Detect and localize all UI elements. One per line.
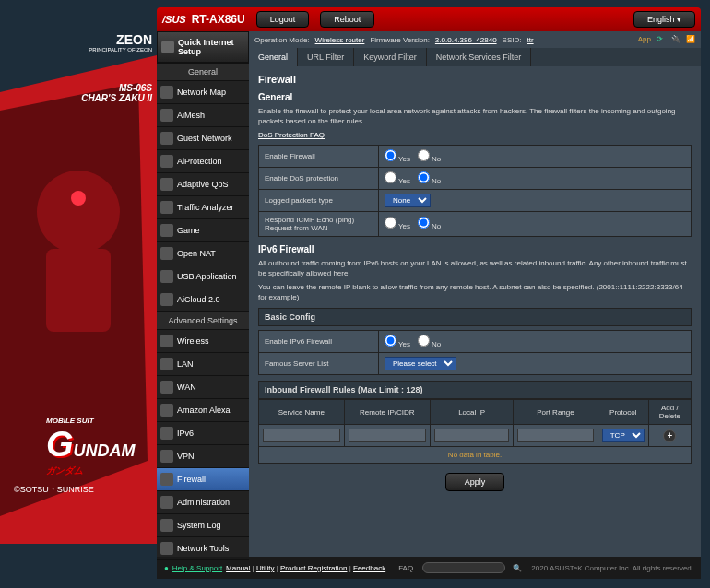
language-button[interactable]: English ▾ bbox=[633, 11, 695, 28]
enable-fw-radio[interactable]: YesNo bbox=[379, 145, 692, 167]
nav-icon bbox=[160, 224, 173, 237]
qis-icon bbox=[161, 41, 174, 53]
svg-rect-4 bbox=[46, 249, 111, 332]
usb-icon[interactable]: 🔌 bbox=[671, 35, 680, 44]
col-service-name: Service Name bbox=[259, 400, 345, 425]
apply-button[interactable]: Apply bbox=[445, 473, 505, 491]
nav-aiprotection[interactable]: AiProtection bbox=[157, 150, 249, 173]
nav-ipv6[interactable]: IPv6 bbox=[157, 422, 249, 445]
sidebar-general-header: General bbox=[157, 63, 249, 81]
footer-feedback-link[interactable]: Feedback bbox=[353, 564, 385, 572]
nav-icon bbox=[160, 358, 173, 370]
tab-url-filter[interactable]: URL Filter bbox=[298, 48, 354, 66]
nav-aicloud-2.0[interactable]: AiCloud 2.0 bbox=[157, 288, 249, 312]
logout-button[interactable]: Logout bbox=[256, 11, 310, 28]
reboot-button[interactable]: Reboot bbox=[320, 11, 374, 28]
nav-usb-application[interactable]: USB Application bbox=[157, 265, 249, 288]
enable-ipv6-radio[interactable]: YesNo bbox=[379, 331, 692, 353]
icmp-label: Respond ICMP Echo (ping) Request from WA… bbox=[259, 211, 379, 236]
famous-label: Famous Server List bbox=[259, 353, 379, 375]
ipv6-desc1: All outbound traffic coming from IPv6 ho… bbox=[258, 258, 692, 278]
protocol-select[interactable]: TCP bbox=[602, 429, 645, 442]
sidebar-advanced-header: Advanced Settings bbox=[157, 312, 249, 330]
topbar: /SUS RT-AX86U Logout Reboot English ▾ bbox=[157, 7, 701, 31]
footer-manual-link[interactable]: Manual bbox=[226, 564, 250, 572]
tab-network-services-filter[interactable]: Network Services Filter bbox=[427, 48, 532, 66]
nav-network-map[interactable]: Network Map bbox=[157, 81, 249, 104]
icmp-radio[interactable]: YesNo bbox=[379, 211, 692, 236]
nav-firewall[interactable]: Firewall bbox=[157, 468, 249, 491]
dos-faq-link[interactable]: DoS Protection FAQ bbox=[258, 131, 325, 139]
svg-point-3 bbox=[37, 171, 120, 253]
gundam-logo: MOBILE SUIT GUNDAM ガンダム bbox=[46, 417, 136, 477]
tab-general[interactable]: General bbox=[249, 48, 298, 66]
nav-icon bbox=[160, 450, 173, 463]
nav-game[interactable]: Game bbox=[157, 219, 249, 242]
nav-wireless[interactable]: Wireless bbox=[157, 330, 249, 353]
tab-keyword-filter[interactable]: Keyword Filter bbox=[354, 48, 427, 66]
asus-logo: /SUS bbox=[162, 14, 186, 25]
refresh-icon[interactable]: ⟳ bbox=[657, 35, 666, 44]
nav-aimesh[interactable]: AiMesh bbox=[157, 104, 249, 127]
nav-wan[interactable]: WAN bbox=[157, 376, 249, 399]
basic-config-header: Basic Config bbox=[258, 308, 692, 326]
local-ip-input[interactable] bbox=[434, 429, 509, 442]
nav-icon bbox=[160, 247, 173, 260]
col-protocol: Protocol bbox=[598, 400, 648, 425]
nav-icon bbox=[160, 496, 173, 509]
nav-open-nat[interactable]: Open NAT bbox=[157, 242, 249, 265]
logged-select[interactable]: None bbox=[385, 194, 431, 207]
qis-label: Quick Internet Setup bbox=[178, 38, 234, 56]
nav-adaptive-qos[interactable]: Adaptive QoS bbox=[157, 173, 249, 196]
ssid-link[interactable]: ttr bbox=[527, 36, 534, 44]
nav-traffic-analyzer[interactable]: Traffic Analyzer bbox=[157, 196, 249, 219]
help-link[interactable]: Help & Support bbox=[172, 564, 222, 572]
col-local-ip: Local IP bbox=[431, 400, 514, 425]
rules-header: Inbound Firewall Rules (Max Limit : 128) bbox=[258, 381, 692, 399]
col-remote-ip-cidr: Remote IP/CIDR bbox=[344, 400, 430, 425]
faq-search-input[interactable] bbox=[422, 562, 505, 573]
nav-icon bbox=[160, 335, 173, 347]
op-mode-link[interactable]: Wireless router bbox=[315, 36, 365, 44]
model-text: MS-06SCHAR'S ZAKU II bbox=[81, 83, 152, 103]
nav-administration[interactable]: Administration bbox=[157, 491, 249, 514]
nav-vpn[interactable]: VPN bbox=[157, 445, 249, 468]
ipv6-desc2: You can leave the remote IP blank to all… bbox=[258, 282, 692, 302]
famous-select[interactable]: Please select bbox=[385, 357, 456, 370]
search-icon[interactable]: 🔍 bbox=[513, 564, 522, 572]
app-link[interactable]: App bbox=[638, 35, 651, 44]
quick-internet-setup[interactable]: Quick Internet Setup bbox=[157, 31, 249, 63]
nav-icon bbox=[160, 542, 173, 555]
footer-product-registration-link[interactable]: Product Registration bbox=[280, 564, 347, 572]
sidebar: Quick Internet Setup General Network Map… bbox=[157, 31, 249, 557]
no-data-msg: No data in table. bbox=[259, 447, 692, 464]
enable-dos-radio[interactable]: YesNo bbox=[379, 167, 692, 189]
ipv6-title: IPv6 Firewall bbox=[258, 244, 692, 254]
nav-lan[interactable]: LAN bbox=[157, 353, 249, 376]
general-subtitle: General bbox=[258, 92, 692, 102]
nav-amazon-alexa[interactable]: Amazon Alexa bbox=[157, 399, 249, 422]
theme-background: ZEONPRINCIPALITY OF ZEON MS-06SCHAR'S ZA… bbox=[0, 0, 157, 588]
svg-point-5 bbox=[71, 191, 86, 206]
logged-label: Logged packets type bbox=[259, 189, 379, 211]
nav-guest-network[interactable]: Guest Network bbox=[157, 127, 249, 150]
router-model: RT-AX86U bbox=[192, 13, 245, 26]
theme-copyright: ©SOTSU・SUNRISE bbox=[14, 484, 94, 496]
port-range-input[interactable] bbox=[517, 429, 594, 442]
footer-utility-link[interactable]: Utility bbox=[256, 564, 275, 572]
nav-icon bbox=[160, 427, 173, 440]
enable-fw-label: Enable Firewall bbox=[259, 145, 379, 167]
nav-icon bbox=[160, 155, 173, 168]
nav-icon bbox=[160, 473, 173, 486]
info-bar: Operation Mode: Wireless router Firmware… bbox=[249, 31, 701, 48]
service-name-input[interactable] bbox=[263, 429, 340, 442]
remote-ip-input[interactable] bbox=[349, 429, 426, 442]
add-rule-button[interactable]: + bbox=[663, 429, 676, 442]
nav-network-tools[interactable]: Network Tools bbox=[157, 537, 249, 560]
nav-icon bbox=[160, 86, 173, 99]
nav-icon bbox=[160, 270, 173, 283]
wifi-icon[interactable]: 📶 bbox=[686, 35, 695, 44]
fw-link[interactable]: 3.0.0.4.386_42840 bbox=[435, 36, 497, 44]
nav-system-log[interactable]: System Log bbox=[157, 514, 249, 537]
nav-icon bbox=[160, 132, 173, 145]
